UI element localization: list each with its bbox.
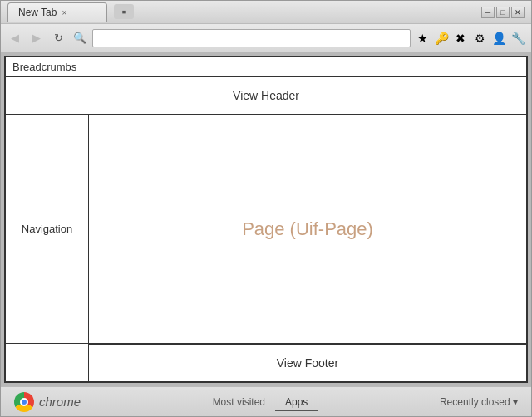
browser-window: New Tab × ▪ ─ □ ✕ ◀ ▶ ↻ 🔍 ★ 🔑 ✖ ⚙ 👤 🔧 [0,0,532,417]
address-bar[interactable] [92,29,411,47]
navigation-bar: ◀ ▶ ↻ 🔍 ★ 🔑 ✖ ⚙ 👤 🔧 [1,24,531,52]
bottom-bar: chrome Most visited Apps Recently closed… [1,386,531,416]
view-footer-text: View Footer [277,356,338,370]
page-main: Page (Uif-Page) [89,115,526,343]
person-icon[interactable]: 👤 [490,30,507,47]
most-visited-tab[interactable]: Most visited [203,393,275,411]
extension-icon[interactable]: ✖ [452,30,469,47]
key-icon[interactable]: 🔑 [433,30,450,47]
settings-icon[interactable]: ⚙ [471,30,488,47]
navigation-panel: Navigation [6,115,89,343]
star-icon[interactable]: ★ [414,30,431,47]
chrome-logo: chrome [14,392,81,412]
new-tab-button[interactable]: ▪ [114,4,134,19]
title-bar-left: New Tab × ▪ [7,2,134,22]
view-header-text: View Header [233,89,299,102]
forward-button[interactable]: ▶ [27,29,46,47]
chrome-icon [14,392,34,412]
breadcrumbs: Breadcrumbs [6,57,526,77]
navigation-label: Navigation [22,223,72,235]
bottom-tabs: Most visited Apps [203,393,318,411]
search-icon-button[interactable]: 🔍 [71,29,89,47]
minimize-button[interactable]: ─ [481,7,495,18]
page-frame: Breadcrumbs View Header Navigation Page … [4,56,528,383]
chrome-inner-circle [20,398,28,406]
footer-spacer [6,344,89,381]
content-area: Navigation Page (Uif-Page) [6,115,526,344]
view-footer-wrapper: View Footer [6,344,526,381]
recently-closed-button[interactable]: Recently closed ▾ [440,396,518,408]
title-bar: New Tab × ▪ ─ □ ✕ [1,1,531,24]
view-header: View Header [6,77,526,115]
page-uif-label: Page (Uif-Page) [242,218,373,240]
close-button[interactable]: ✕ [511,7,525,18]
browser-content: Breadcrumbs View Header Navigation Page … [1,52,531,386]
wrench-icon[interactable]: 🔧 [510,30,526,47]
window-controls: ─ □ ✕ [481,7,525,18]
chrome-label: chrome [39,395,81,409]
apps-tab[interactable]: Apps [275,393,318,411]
breadcrumbs-text: Breadcrumbs [12,61,76,73]
tab-label: New Tab [18,7,57,18]
maximize-button[interactable]: □ [496,7,510,18]
browser-tab[interactable]: New Tab × [7,2,107,22]
nav-icons: ★ 🔑 ✖ ⚙ 👤 🔧 [414,30,526,47]
view-footer: View Footer [89,344,526,381]
tab-close-button[interactable]: × [62,8,66,17]
refresh-button[interactable]: ↻ [49,29,67,47]
back-button[interactable]: ◀ [6,29,24,47]
